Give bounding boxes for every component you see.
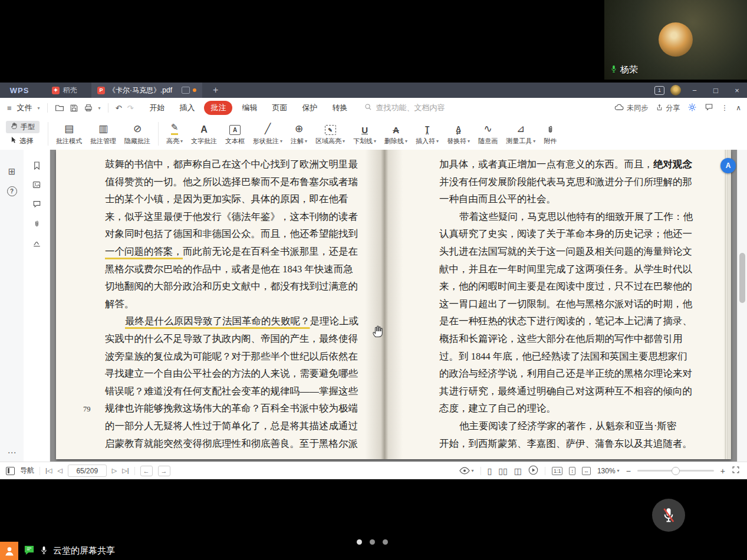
menu-tab-protect[interactable]: 保护	[297, 101, 323, 115]
new-tab-button[interactable]: +	[213, 85, 218, 95]
slideshow-play-button[interactable]	[528, 465, 538, 477]
strikethrough-button[interactable]: A 删除线▾	[380, 119, 412, 149]
navigation-label[interactable]: 导航	[20, 466, 34, 476]
open-folder-icon[interactable]	[55, 103, 64, 113]
apps-grid-icon[interactable]: ⊞	[0, 166, 24, 177]
measure-tool-button[interactable]: ⊿ 测量工具▾	[502, 119, 539, 149]
account-avatar[interactable]	[670, 85, 681, 95]
select-tool-button[interactable]: 选择	[6, 135, 40, 147]
mic-muted-button[interactable]	[652, 499, 685, 532]
fullscreen-button[interactable]	[732, 466, 740, 476]
vertical-scrollbar[interactable]	[737, 150, 747, 462]
text-box-button[interactable]: A 文本框	[221, 119, 249, 149]
pdf-page-spread[interactable]: 鼓舞的书信中，都声称自己在这个中心找到了欧洲文明里最值得赞赏的一切。他之所以选择…	[56, 150, 731, 459]
navigation-panel-icon[interactable]	[6, 467, 15, 475]
read-mode-button[interactable]: ▾	[459, 467, 474, 475]
share-button[interactable]: 分享	[656, 103, 680, 113]
more-tools-icon[interactable]: ⋯	[0, 447, 24, 458]
hand-tool-button[interactable]: 手型	[6, 121, 40, 133]
thumbnail-icon[interactable]	[24, 180, 50, 189]
view-forward-button[interactable]: →	[158, 466, 170, 476]
pagination-dots[interactable]	[357, 539, 388, 545]
sync-status-button[interactable]: 未同步	[614, 103, 648, 113]
prev-page-button[interactable]: ◁	[57, 467, 62, 475]
print-chevron-icon[interactable]: ▾	[98, 106, 101, 111]
menu-tab-annotate[interactable]: 批注	[204, 101, 232, 115]
zoom-slider-knob[interactable]	[672, 467, 680, 475]
page-dot[interactable]	[370, 539, 375, 545]
next-page-button[interactable]: ▷	[112, 467, 117, 475]
scrollbar-thumb[interactable]	[739, 253, 745, 303]
wps-logo[interactable]: WPS	[0, 86, 39, 95]
signature-panel-icon[interactable]	[24, 239, 50, 248]
caret-replace-button[interactable]: A⇄ 替换符▾	[443, 119, 474, 149]
last-page-button[interactable]: ▷|	[122, 467, 129, 475]
actual-size-button[interactable]: 1:1	[552, 467, 563, 475]
redo-icon[interactable]: ↷	[127, 104, 134, 113]
search-input[interactable]: 查找功能、文档内容	[364, 103, 445, 113]
highlight-button[interactable]: ✎ 高亮▾	[162, 119, 187, 149]
page-dot[interactable]	[383, 539, 388, 545]
freehand-draw-button[interactable]: ∿ 随意画	[474, 119, 502, 149]
print-icon[interactable]	[84, 103, 93, 113]
search-icon	[364, 103, 372, 113]
page-dot[interactable]	[357, 539, 362, 545]
shape-annotation-button[interactable]: ╱ 形状批注▾	[249, 119, 287, 149]
menu-tab-insert[interactable]: 插入	[174, 101, 200, 115]
maximize-button[interactable]: □	[708, 86, 723, 95]
caret-insert-button[interactable]: T∧ 插入符▾	[412, 119, 443, 149]
doc-line: 鼓舞的书信中，都声称自己在这个中心找到了欧洲文明里最	[105, 156, 358, 173]
zoom-out-button[interactable]: −	[626, 466, 631, 476]
bookmark-icon[interactable]	[24, 161, 50, 170]
menu-tab-home[interactable]: 开始	[144, 101, 170, 115]
save-icon[interactable]	[70, 104, 78, 113]
settings-gear-icon[interactable]	[687, 103, 697, 114]
help-icon[interactable]: ?	[0, 186, 24, 196]
attachments-panel-icon[interactable]	[24, 219, 50, 229]
view-back-button[interactable]: ←	[140, 466, 153, 476]
book-view-button[interactable]: ◫	[514, 466, 522, 476]
note-button[interactable]: ⊕ 注解▾	[287, 119, 311, 149]
first-page-button[interactable]: |◁	[45, 467, 52, 475]
doc-line: 一个问题的答案，而此前无论是在百科全书派那里，还是在	[105, 243, 358, 261]
menu-tab-edit[interactable]: 编辑	[236, 101, 262, 115]
annotation-manager-button[interactable]: ▥ 批注管理	[86, 119, 120, 149]
zoom-level-button[interactable]: 130%▾	[597, 467, 620, 475]
floating-translate-button[interactable]: A	[720, 158, 736, 173]
fit-width-button[interactable]: ↔	[582, 467, 591, 475]
tab-document[interactable]: P 《卡尔·马克思》.pdf	[91, 83, 202, 98]
participant-video[interactable]: 杨荣	[604, 0, 747, 80]
tab-docer[interactable]: ✦ 稻壳	[46, 83, 83, 98]
annotation-mode-button[interactable]: ▤ 批注模式	[52, 119, 86, 149]
underline-button[interactable]: U 下划线▾	[349, 119, 380, 149]
doc-line: 解答。	[105, 295, 358, 313]
fit-height-button[interactable]: ↕	[569, 467, 575, 475]
attachment-button[interactable]: 附件	[539, 119, 561, 149]
minimize-button[interactable]: −	[687, 86, 702, 95]
comment-bubble-icon[interactable]	[705, 103, 713, 113]
window-count-button[interactable]: 1	[654, 86, 664, 95]
doc-line: 实践中的什么不足导致了执政内阁、帝国的产生，最终使得	[105, 330, 358, 348]
hide-annotations-button[interactable]: ⊘ 隐藏批注	[120, 119, 154, 149]
more-menu-icon[interactable]: ⋮	[721, 104, 728, 112]
menu-tab-page[interactable]: 页面	[266, 101, 292, 115]
participant-avatar	[659, 22, 693, 57]
single-page-button[interactable]: ▯	[488, 466, 492, 476]
close-button[interactable]: ×	[729, 86, 745, 95]
menu-tabs: 开始 插入 批注 编辑 页面 保护 转换	[144, 101, 353, 115]
zoom-in-button[interactable]: +	[720, 466, 725, 476]
share-mic-icon[interactable]	[40, 545, 48, 557]
text-annotation-button[interactable]: A 文字批注	[187, 119, 221, 149]
page-indicator[interactable]: 65/209	[68, 465, 107, 477]
chat-icon[interactable]	[24, 545, 35, 558]
comments-panel-icon[interactable]	[24, 200, 50, 209]
undo-icon[interactable]: ↶	[116, 104, 122, 113]
double-page-button[interactable]: ▯▯	[498, 466, 507, 476]
file-menu[interactable]: 文件	[17, 103, 32, 113]
menu-tab-convert[interactable]: 转换	[327, 101, 353, 115]
zoom-slider[interactable]	[637, 470, 714, 472]
area-highlight-button[interactable]: ✎ 区域高亮▾	[311, 119, 349, 149]
hamburger-icon[interactable]: ≡	[7, 104, 12, 113]
collapse-ribbon-icon[interactable]: ∧	[736, 104, 741, 112]
presenter-icon[interactable]	[0, 542, 18, 560]
